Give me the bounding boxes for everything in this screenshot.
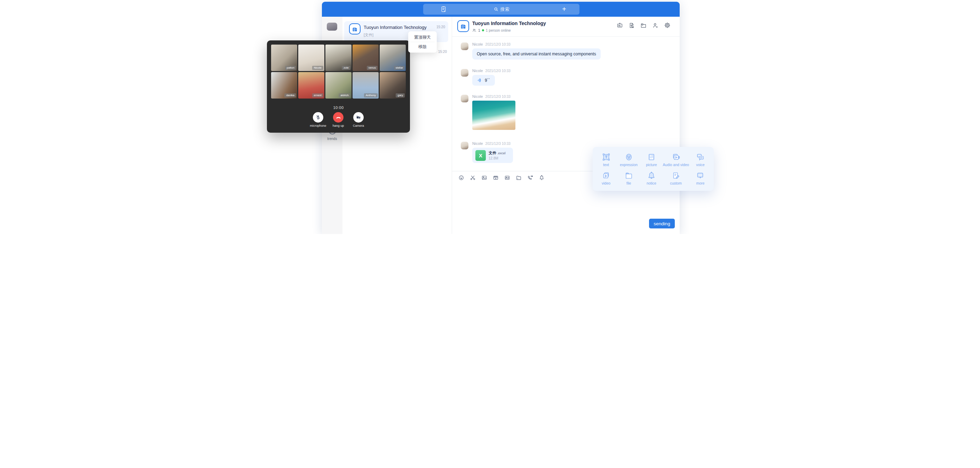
participant-name-label: danika — [284, 93, 296, 97]
feature-voice[interactable]: voice — [689, 150, 712, 169]
feature-label: notice — [647, 181, 656, 185]
call-participant-tile[interactable]: danika — [271, 72, 297, 99]
message-row: Nicole2021/12/3 10:33 Open source, free,… — [461, 42, 670, 59]
feature-video[interactable]: video — [595, 169, 617, 187]
sender-avatar[interactable] — [461, 69, 468, 77]
participant-grid: patton Nicole zole venus stellar danika … — [271, 45, 406, 99]
participant-name-label: aldrich — [339, 93, 350, 97]
text-icon — [602, 153, 611, 161]
file-folder-icon — [624, 171, 633, 180]
user-avatar[interactable] — [327, 22, 337, 30]
feature-label: file — [627, 181, 631, 185]
feature-custom[interactable]: custom — [663, 169, 689, 187]
feature-more[interactable]: more — [689, 169, 712, 187]
conversation-context-menu: 置顶聊天 移除 — [408, 31, 437, 53]
microphone-button[interactable] — [313, 112, 323, 123]
picture-icon — [647, 153, 656, 161]
text-message-bubble[interactable]: Open source, free, and universal instant… — [472, 48, 601, 59]
feature-audio-video[interactable]: Audio and video — [663, 150, 689, 169]
sender-avatar[interactable] — [461, 142, 468, 149]
feature-label: text — [603, 163, 609, 167]
screen: 搜索 + trends — [245, 0, 735, 234]
call-participant-tile[interactable]: patton — [271, 45, 297, 71]
online-status: 1 person online — [486, 28, 511, 32]
settings-gear-icon[interactable] — [664, 22, 671, 29]
participant-name-label: gary — [396, 93, 405, 97]
search-placeholder: 搜索 — [500, 6, 509, 13]
add-member-icon[interactable] — [652, 22, 659, 29]
files-icon[interactable] — [640, 22, 647, 29]
feature-expression[interactable]: expression — [617, 150, 640, 169]
message-row: Nicole2021/12/3 10:33 — [461, 94, 670, 130]
message-time: 2021/12/3 10:33 — [485, 69, 511, 73]
call-participant-tile[interactable]: zole — [325, 45, 352, 71]
group-notice-icon[interactable] — [617, 22, 623, 29]
emoji-icon[interactable] — [458, 175, 464, 182]
feature-notice[interactable]: notice — [640, 169, 663, 187]
menu-item-pin-chat[interactable]: 置顶聊天 — [408, 33, 437, 42]
participant-name-label: Anthony — [364, 93, 378, 97]
group-avatar — [349, 23, 361, 35]
feature-label: picture — [646, 163, 657, 167]
search-history-icon[interactable] — [628, 22, 635, 29]
hang-up-button[interactable] — [333, 112, 344, 123]
chat-header: Tuoyun Information Technology 1 1 person… — [452, 17, 680, 37]
message-time: 2021/12/3 10:33 — [485, 95, 511, 99]
call-participant-tile[interactable]: gary — [380, 72, 406, 99]
image-message-beach-photo[interactable] — [472, 101, 515, 130]
add-button[interactable]: + — [562, 5, 566, 13]
voice-icon — [696, 153, 705, 161]
voice-duration: 9`` — [485, 78, 490, 83]
call-participant-tile[interactable]: Anthony — [353, 72, 379, 99]
call-participant-tile[interactable]: stellar — [380, 45, 406, 71]
file-size: 12.8M — [488, 157, 498, 160]
participant-name-label: patton — [285, 66, 296, 70]
building-icon — [460, 22, 467, 30]
camera-label: Camera — [348, 124, 369, 128]
call-participant-tile[interactable]: venus — [353, 45, 379, 71]
call-participant-tile[interactable]: Nicole — [298, 45, 325, 71]
folder-icon[interactable] — [516, 175, 522, 182]
microphone-label: microphone — [308, 124, 329, 128]
video-clapper-icon[interactable] — [493, 175, 499, 182]
more-icon — [696, 171, 705, 180]
feature-label: voice — [696, 163, 705, 167]
search-field[interactable]: 搜索 — [423, 6, 579, 13]
chat-subtitle: 1 1 person online — [472, 28, 511, 32]
search-bar[interactable]: 搜索 + — [423, 4, 579, 14]
feature-label: video — [602, 181, 611, 185]
file-message-bubble[interactable]: X 文件 .excel 12.8M — [472, 148, 513, 163]
sender-name: Nicole — [472, 42, 483, 46]
sender-avatar[interactable] — [461, 43, 468, 50]
file-ext: .excel — [497, 152, 506, 155]
top-bar: 搜索 + — [322, 2, 680, 17]
feature-picture[interactable]: picture — [640, 150, 663, 169]
menu-item-remove[interactable]: 移除 — [408, 42, 437, 51]
message-row: Nicole2021/12/3 10:33 9`` — [461, 68, 670, 86]
screenshot-scissors-icon[interactable] — [470, 175, 476, 182]
message-time: 2021/12/3 10:33 — [485, 142, 511, 145]
picture-icon[interactable] — [481, 175, 487, 182]
sender-avatar[interactable] — [461, 95, 468, 102]
building-icon — [352, 26, 358, 32]
custom-icon — [671, 171, 680, 180]
call-participant-tile[interactable]: aldrich — [325, 72, 352, 99]
call-participant-tile[interactable]: ernest — [298, 72, 325, 99]
online-dot — [482, 29, 484, 31]
expression-icon — [624, 153, 633, 161]
camera-button[interactable] — [353, 112, 364, 123]
conversation-title: Tuoyun Information Technology — [364, 25, 427, 30]
voice-message-bubble[interactable]: 9`` — [472, 75, 495, 86]
voice-wave-icon — [477, 78, 482, 83]
send-button[interactable]: sending — [649, 219, 675, 228]
notice-bell-icon — [647, 171, 656, 180]
camera-off-icon — [356, 115, 361, 120]
feature-text[interactable]: text — [595, 150, 617, 169]
member-count: 1 — [478, 28, 480, 32]
feature-file[interactable]: file — [617, 169, 640, 187]
call-icon[interactable] — [527, 175, 533, 182]
composer-toolbar — [458, 175, 545, 182]
contact-card-icon[interactable] — [504, 175, 510, 182]
file-name: 文件 — [488, 151, 496, 155]
notification-bell-icon[interactable] — [539, 175, 545, 182]
